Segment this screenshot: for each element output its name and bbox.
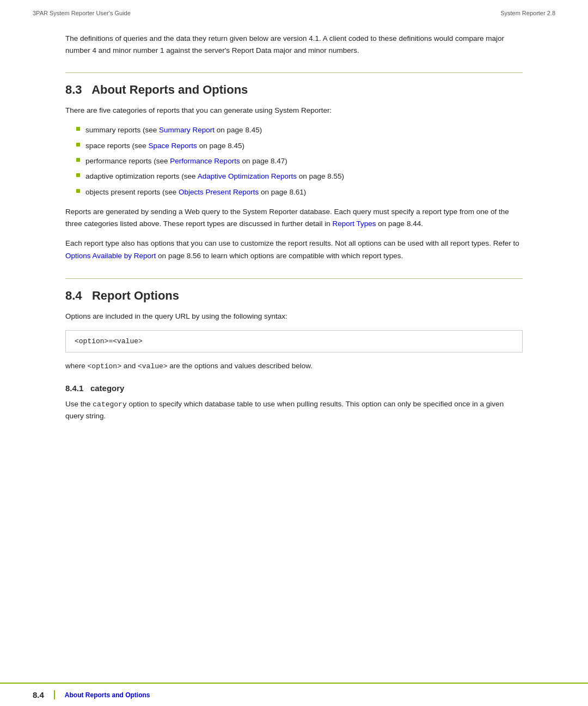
bullet-icon <box>76 158 80 162</box>
bullet-text-3: performance reports (see Performance Rep… <box>85 155 287 167</box>
header-left: 3PAR System Reporter User's Guide <box>33 10 131 16</box>
bullet-text-1: summary reports (see Summary Report on p… <box>85 124 262 136</box>
bullet-text-4: adaptive optimization reports (see Adapt… <box>85 171 344 182</box>
page-footer: 8.4 About Reports and Options <box>0 683 588 706</box>
subsection-841-title: category <box>90 384 125 393</box>
subsection-841-block: 8.4.1 category Use the category option t… <box>65 384 523 423</box>
list-item: adaptive optimization reports (see Adapt… <box>76 171 523 182</box>
where-option-code: <option> <box>88 362 121 370</box>
page-header: 3PAR System Reporter User's Guide System… <box>0 0 588 22</box>
section-84-heading: 8.4 Report Options <box>65 289 523 303</box>
section-83-title: About Reports and Options <box>91 83 248 96</box>
section-83-block: 8.3 About Reports and Options There are … <box>65 83 523 262</box>
code-block-option: <option>=<value> <box>65 330 523 352</box>
bullet-icon <box>76 143 80 147</box>
section-83-para1: Reports are generated by sending a Web q… <box>65 206 523 230</box>
section-83-heading: 8.3 About Reports and Options <box>65 83 523 97</box>
bullet-icon <box>76 127 80 131</box>
subsection-841-heading: 8.4.1 category <box>65 384 523 393</box>
where-value-code: <value> <box>138 362 168 370</box>
bullet-text-2: space reports (see Space Reports on page… <box>85 140 244 152</box>
objects-reports-link[interactable]: Objects Present Reports <box>179 188 259 196</box>
section-84-number: 8.4 <box>65 289 82 302</box>
summary-report-link[interactable]: Summary Report <box>159 126 215 134</box>
section-83-number: 8.3 <box>65 83 82 96</box>
performance-reports-link[interactable]: Performance Reports <box>170 157 240 165</box>
page-content: The definitions of queries and the data … <box>0 22 588 477</box>
section-84-where: where <option> and <value> are the optio… <box>65 360 523 372</box>
category-code: category <box>93 400 126 409</box>
section-84-title: Report Options <box>92 289 179 302</box>
bullet-text-5: objects present reports (see Objects Pre… <box>85 186 306 198</box>
code-content: <option>=<value> <box>75 337 143 345</box>
footer-page-number: 8.4 <box>33 690 55 699</box>
adaptive-reports-link[interactable]: Adaptive Optimization Reports <box>198 172 297 180</box>
list-item: performance reports (see Performance Rep… <box>76 155 523 167</box>
list-item: space reports (see Space Reports on page… <box>76 140 523 152</box>
subsection-841-number: 8.4.1 <box>65 384 83 393</box>
subsection-841-text: Use the category option to specify which… <box>65 398 523 423</box>
header-right: System Reporter 2.8 <box>500 10 555 16</box>
section-83-para2: Each report type also has options that y… <box>65 238 523 262</box>
list-item: summary reports (see Summary Report on p… <box>76 124 523 136</box>
report-types-link[interactable]: Report Types <box>333 220 376 228</box>
section-84-intro: Options are included in the query URL by… <box>65 311 523 322</box>
list-item: objects present reports (see Objects Pre… <box>76 186 523 198</box>
section-83-bullet-list: summary reports (see Summary Report on p… <box>76 124 523 198</box>
section-83-divider <box>65 72 523 73</box>
bullet-icon <box>76 189 80 193</box>
section-84-divider <box>65 278 523 279</box>
section-84-block: 8.4 Report Options Options are included … <box>65 289 523 422</box>
intro-paragraph: The definitions of queries and the data … <box>65 27 523 56</box>
options-available-link[interactable]: Options Available by Report <box>65 252 156 260</box>
footer-section-title: About Reports and Options <box>65 691 150 699</box>
section-83-intro: There are five categories of reports tha… <box>65 105 523 117</box>
space-reports-link[interactable]: Space Reports <box>149 142 197 150</box>
bullet-icon <box>76 173 80 177</box>
